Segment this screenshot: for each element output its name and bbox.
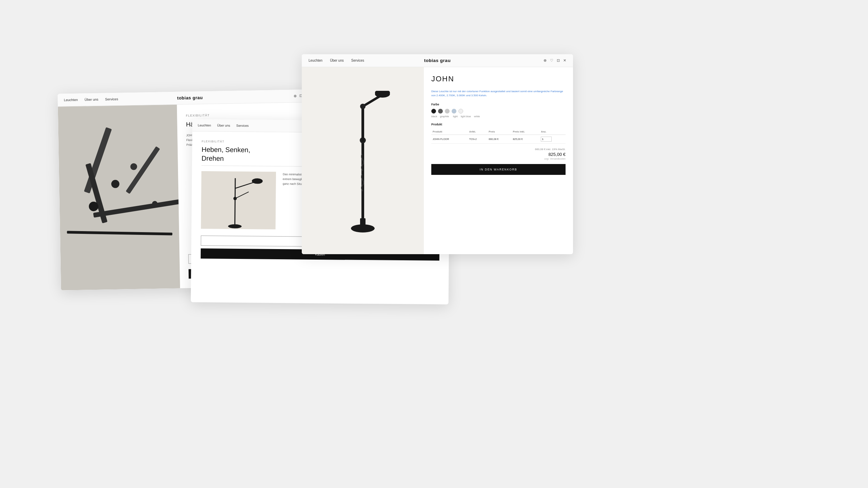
nav-link-ueber-1[interactable]: Über uns xyxy=(84,98,98,102)
color-swatch-light[interactable] xyxy=(445,109,450,114)
color-swatch-black[interactable] xyxy=(431,109,436,114)
nav-link-services-1[interactable]: Services xyxy=(105,97,118,101)
th-qty: Anz. xyxy=(539,129,566,135)
nav-link-services-3[interactable]: Services xyxy=(351,59,364,62)
table-row: JOHN FLOOR TCN-2 660,08 € 825,00 € xyxy=(431,135,566,143)
search-icon-1[interactable]: ⊕ xyxy=(294,94,297,98)
user-icon-3[interactable]: ✕ xyxy=(563,58,566,63)
nav-link-ueber-2[interactable]: Über uns xyxy=(217,123,230,127)
svg-line-22 xyxy=(363,96,380,106)
nav-link-ueber-3[interactable]: Über uns xyxy=(330,59,344,62)
color-swatch-graphite[interactable] xyxy=(438,109,443,114)
price-note-3: zzgl. Versandkosten xyxy=(431,158,566,160)
nav-links-2: Leuchten Über uns Services xyxy=(198,123,249,127)
product-image-area-3 xyxy=(302,67,424,254)
price-main-3: 825,00 € xyxy=(431,152,566,157)
td-price-incl: 825,00 € xyxy=(511,135,539,143)
product-image-1 xyxy=(58,105,180,290)
product-section-label-3: Produkt xyxy=(431,123,566,126)
th-product: Produkt xyxy=(431,129,468,135)
td-price-excl: 660,08 € xyxy=(487,135,511,143)
nav-link-leuchten-1[interactable]: Leuchten xyxy=(64,98,78,102)
window-product-detail-3: Leuchten Über uns Services tobias grau ⊕… xyxy=(302,54,573,254)
svg-rect-10 xyxy=(201,171,276,229)
qty-input[interactable] xyxy=(541,137,552,142)
nav-link-leuchten-3[interactable]: Leuchten xyxy=(309,59,322,62)
price-excl-summary-3: 660,08 € inkl. 19% MwSt. xyxy=(431,148,566,151)
wishlist-icon-3[interactable]: ♡ xyxy=(550,58,553,63)
color-swatches-row-3 xyxy=(431,109,566,114)
add-to-cart-button[interactable]: IN DEN WARENKORB xyxy=(431,164,566,175)
brand-logo-1: tobias grau xyxy=(177,95,203,100)
color-swatch-white[interactable] xyxy=(458,109,463,114)
nav-link-leuchten-2[interactable]: Leuchten xyxy=(198,123,211,127)
td-qty[interactable] xyxy=(539,135,566,143)
color-labels-3: black graphite light light blue white xyxy=(431,115,566,118)
th-artkt: Artkt. xyxy=(468,129,488,135)
th-price-excl: Preis xyxy=(487,129,511,135)
product-info-area-3: JOHN Diese Leuchte ist nur mit der color… xyxy=(424,67,573,254)
th-price-incl: Preis inkl. xyxy=(511,129,539,135)
product-layout-3: JOHN Diese Leuchte ist nur mit der color… xyxy=(302,67,573,254)
td-product-name: JOHN FLOOR xyxy=(431,135,468,143)
brand-logo-3: tobias grau xyxy=(424,58,451,63)
product-title-3: JOHN xyxy=(431,75,566,83)
cart-icon-3[interactable]: ⊡ xyxy=(557,58,560,63)
color-swatch-lightblue[interactable] xyxy=(452,109,456,114)
navbar-3: Leuchten Über uns Services tobias grau ⊕… xyxy=(302,54,573,67)
svg-rect-18 xyxy=(360,218,366,230)
search-icon-3[interactable]: ⊕ xyxy=(544,58,547,63)
product-table-3: Produkt Artkt. Preis Preis inkl. Anz. JO… xyxy=(431,129,566,144)
product-label-1: Flexibilität xyxy=(186,112,314,118)
nav-icons-3: ⊕ ♡ ⊡ ✕ xyxy=(544,58,566,63)
svg-rect-0 xyxy=(58,105,180,290)
svg-line-11 xyxy=(235,178,235,226)
nav-link-services-2[interactable]: Services xyxy=(236,124,249,127)
product-info-note-3: Diese Leuchte ist nur mit der colortuner… xyxy=(431,89,566,98)
svg-rect-21 xyxy=(361,106,364,142)
svg-rect-25 xyxy=(375,91,390,95)
color-section-label-3: Farbe xyxy=(431,103,566,106)
nav-links-1: Leuchten Über uns Services xyxy=(64,97,118,102)
svg-point-23 xyxy=(360,104,366,109)
modal-image-2 xyxy=(201,171,276,229)
nav-links-3: Leuchten Über uns Services xyxy=(309,59,364,62)
td-product-id: TCN-2 xyxy=(468,135,488,143)
